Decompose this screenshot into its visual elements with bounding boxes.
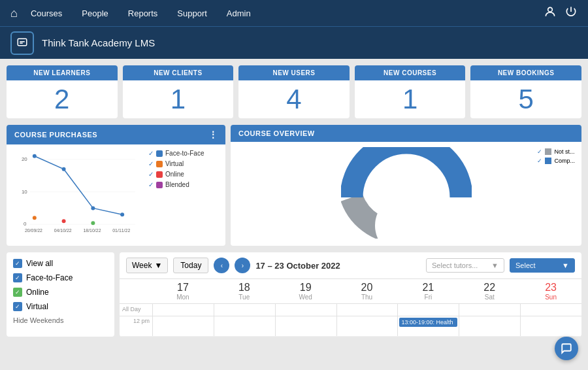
home-icon[interactable]: ⌂	[10, 7, 18, 20]
stat-label-users: NEW USERS	[238, 65, 350, 80]
allday-cell-mon	[152, 304, 214, 316]
legend-blended: ✓ Blended	[148, 181, 220, 188]
filter-check-virtual[interactable]: ✓	[13, 302, 22, 311]
stat-new-clients: NEW CLIENTS 1	[123, 65, 234, 118]
cell-sat	[459, 316, 520, 336]
filter-online[interactable]: ✓ Online	[13, 288, 108, 297]
svg-point-19	[375, 194, 438, 239]
purchases-title: COURSE PURCHASES	[14, 131, 97, 139]
health-event[interactable]: 13:00-19:00: Health	[399, 318, 457, 327]
svg-point-11	[120, 212, 124, 216]
filter-face-to-face[interactable]: ✓ Face-to-Face	[13, 273, 108, 282]
prev-arrow[interactable]: ‹	[214, 258, 229, 273]
power-icon[interactable]	[564, 5, 578, 22]
tutor-dropdown-arrow: ▼	[491, 261, 498, 269]
allday-cells	[152, 304, 581, 316]
day-header-sun: 23 Sun	[520, 279, 581, 303]
day-header-wed: 19 Wed	[275, 279, 336, 303]
top-navigation: ⌂ Courses People Reports Support Admin	[0, 0, 588, 26]
today-button[interactable]: Today	[173, 258, 208, 273]
svg-text:18/10/22: 18/10/22	[83, 228, 101, 233]
legend-label-blended: Blended	[165, 181, 189, 188]
cell-mon	[152, 316, 214, 336]
svg-point-0	[548, 7, 553, 12]
allday-cell-fri	[397, 304, 459, 316]
overview-title: COURSE OVERVIEW	[238, 129, 315, 137]
day-num-20: 20	[339, 282, 395, 294]
day-label-sun: Sun	[523, 294, 579, 301]
legend-label-not-started: Not st...	[554, 148, 574, 155]
next-arrow[interactable]: ›	[235, 258, 250, 273]
chat-icon[interactable]	[10, 31, 34, 55]
date-range-label: 17 – 23 October 2022	[255, 261, 421, 271]
nav-people[interactable]: People	[82, 8, 108, 18]
svg-text:01/11/22: 01/11/22	[112, 228, 130, 233]
user-icon[interactable]	[544, 5, 557, 22]
view-all-checkbox[interactable]: ✓	[13, 259, 22, 268]
legend-check-icon: ✓	[148, 181, 154, 188]
day-header-mon: 17 Mon	[152, 279, 214, 303]
purchases-menu-icon[interactable]: ⋮	[208, 129, 218, 140]
calendar-toolbar: Week ▼ Today ‹ › 17 – 23 October 2022 Se…	[120, 252, 581, 279]
app-title: Think Tank Academy LMS	[42, 37, 155, 48]
legend-online: ✓ Online	[148, 171, 220, 178]
nav-links: Courses People Reports Support Admin	[31, 8, 544, 18]
cell-fri: 13:00-19:00: Health	[397, 316, 459, 336]
day-label-thu: Thu	[339, 294, 395, 301]
event-label: Health	[436, 319, 453, 326]
main-content: NEW LEARNERS 2 NEW CLIENTS 1 NEW USERS 4…	[0, 59, 588, 343]
legend-color-dot	[156, 150, 163, 157]
company-select-dropdown[interactable]: Select ▼	[510, 258, 575, 273]
overview-legend: ✓ Not st... ✓ Comp...	[537, 148, 575, 167]
filter-label-virtual: Virtual	[26, 302, 48, 311]
filter-check-face[interactable]: ✓	[13, 273, 22, 282]
nav-reports[interactable]: Reports	[128, 8, 158, 18]
svg-point-8	[33, 154, 37, 158]
legend-label-virtual: Virtual	[165, 160, 184, 167]
time-label-12pm: 12 pm	[120, 316, 152, 336]
course-overview-card: COURSE OVERVIEW ✓ Not st... ✓ Comp...	[231, 125, 581, 246]
legend-label-online: Online	[165, 171, 184, 178]
filter-label-face: Face-to-Face	[26, 273, 73, 282]
day-label-mon: Mon	[155, 294, 211, 301]
allday-cell-thu	[336, 304, 398, 316]
nav-admin[interactable]: Admin	[227, 8, 251, 18]
hide-weekends-link[interactable]: Hide Weekends	[13, 316, 108, 324]
day-num-17: 17	[155, 282, 211, 294]
week-label: Week	[132, 261, 152, 270]
chat-bubble-button[interactable]	[555, 337, 578, 360]
view-all-filter[interactable]: ✓ View all	[13, 259, 108, 268]
allday-label: All Day	[120, 304, 152, 316]
svg-point-13	[62, 219, 66, 223]
day-header-tue: 18 Tue	[214, 279, 275, 303]
stat-value-bookings: 5	[470, 80, 581, 118]
filter-virtual[interactable]: ✓ Virtual	[13, 302, 108, 311]
nav-support[interactable]: Support	[177, 8, 207, 18]
overview-header: COURSE OVERVIEW	[231, 125, 581, 142]
charts-row: COURSE PURCHASES ⋮ 20 10 0	[7, 125, 581, 246]
day-header-fri: 21 Fri	[397, 279, 459, 303]
legend-label-face: Face-to-Face	[165, 150, 204, 157]
purchases-body: 20 10 0	[7, 144, 225, 246]
legend-face-to-face: ✓ Face-to-Face	[148, 150, 220, 157]
tutor-select-dropdown[interactable]: Select tutors... ▼	[426, 258, 504, 273]
week-dropdown-arrow: ▼	[154, 261, 162, 270]
chart-area: 20 10 0	[12, 150, 220, 241]
stat-new-users: NEW USERS 4	[238, 65, 350, 118]
svg-text:20/09/22: 20/09/22	[25, 228, 42, 233]
nav-courses[interactable]: Courses	[31, 8, 62, 18]
filter-check-online[interactable]: ✓	[13, 288, 22, 297]
svg-text:20: 20	[22, 156, 27, 162]
stat-label-bookings: NEW BOOKINGS	[470, 65, 581, 80]
legend-check-icon: ✓	[148, 171, 154, 178]
calendar-header: 17 Mon 18 Tue 19 Wed 20 Thu 21 Fri	[120, 279, 581, 304]
stat-new-bookings: NEW BOOKINGS 5	[470, 65, 581, 118]
event-time: 13:00-19:00:	[401, 319, 434, 326]
company-dropdown-arrow: ▼	[562, 261, 569, 269]
donut-chart	[341, 147, 472, 239]
legend-not-started: ✓ Not st...	[537, 148, 575, 155]
day-header-thu: 20 Thu	[336, 279, 398, 303]
svg-point-14	[91, 221, 95, 225]
week-select-dropdown[interactable]: Week ▼	[126, 258, 168, 273]
nav-right-icons	[544, 5, 578, 22]
